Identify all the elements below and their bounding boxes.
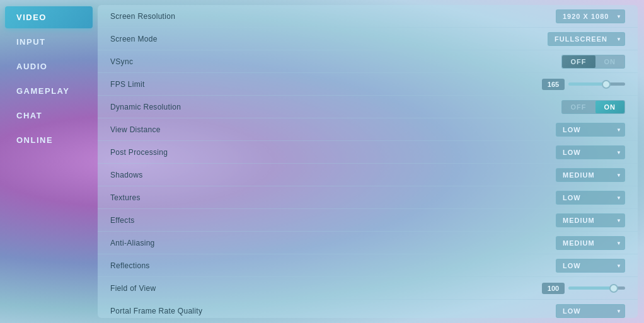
settings-row-vsync: VSyncOFFON bbox=[98, 50, 638, 73]
control-effects: LOWMEDIUMHIGHULTRA bbox=[556, 213, 625, 227]
control-reflections: LOWMEDIUMHIGHULTRA bbox=[556, 259, 625, 273]
slider-input-field-of-view[interactable] bbox=[568, 286, 625, 290]
dropdown-wrapper-post-processing: LOWMEDIUMHIGHULTRA bbox=[556, 145, 625, 159]
slider-value-fps-limit: 165 bbox=[542, 79, 565, 90]
toggle-off-dynamic-resolution[interactable]: OFF bbox=[562, 101, 595, 113]
dropdown-portal-frame-rate[interactable]: LOWMEDIUMHIGHULTRA bbox=[556, 304, 625, 318]
sidebar: VIDEOINPUTAUDIOGAMEPLAYCHATONLINE bbox=[0, 0, 98, 323]
label-fps-limit: FPS Limit bbox=[110, 80, 542, 89]
dropdown-anti-aliasing[interactable]: OFFLOWMEDIUMHIGH bbox=[556, 236, 625, 250]
settings-row-reflections: ReflectionsLOWMEDIUMHIGHULTRA bbox=[98, 254, 638, 277]
sidebar-item-input[interactable]: INPUT bbox=[5, 31, 93, 53]
toggle-off-vsync[interactable]: OFF bbox=[562, 55, 595, 68]
dropdown-wrapper-effects: LOWMEDIUMHIGHULTRA bbox=[556, 213, 625, 227]
settings-row-fps-limit: FPS Limit165 bbox=[98, 73, 638, 96]
control-view-distance: LOWMEDIUMHIGHULTRA bbox=[556, 123, 625, 137]
label-effects: Effects bbox=[110, 216, 556, 225]
settings-panel: Screen Resolution1280 X 7201920 X 108025… bbox=[98, 5, 638, 318]
dropdown-textures[interactable]: LOWMEDIUMHIGHULTRA bbox=[556, 191, 625, 205]
dropdown-shadows[interactable]: LOWMEDIUMHIGHULTRA bbox=[556, 168, 625, 182]
control-field-of-view: 100 bbox=[542, 283, 625, 294]
dropdown-wrapper-screen-mode: WINDOWEDBORDERLESSFULLSCREEN bbox=[548, 32, 625, 46]
control-post-processing: LOWMEDIUMHIGHULTRA bbox=[556, 145, 625, 159]
label-shadows: Shadows bbox=[110, 171, 556, 179]
dropdown-reflections[interactable]: LOWMEDIUMHIGHULTRA bbox=[556, 259, 625, 273]
settings-row-textures: TexturesLOWMEDIUMHIGHULTRA bbox=[98, 186, 638, 209]
control-fps-limit: 165 bbox=[542, 79, 625, 90]
sidebar-item-audio[interactable]: AUDIO bbox=[5, 55, 93, 77]
settings-row-effects: EffectsLOWMEDIUMHIGHULTRA bbox=[98, 209, 638, 232]
control-screen-mode: WINDOWEDBORDERLESSFULLSCREEN bbox=[548, 32, 625, 46]
dropdown-wrapper-portal-frame-rate: LOWMEDIUMHIGHULTRA bbox=[556, 304, 625, 318]
label-portal-frame-rate: Portal Frame Rate Quality bbox=[110, 307, 556, 315]
dropdown-screen-resolution[interactable]: 1280 X 7201920 X 10802560 X 14403840 X 2… bbox=[556, 9, 625, 23]
label-vsync: VSync bbox=[110, 57, 561, 66]
sidebar-item-gameplay[interactable]: GAMEPLAY bbox=[5, 80, 93, 102]
settings-row-view-distance: View DistanceLOWMEDIUMHIGHULTRA bbox=[98, 118, 638, 141]
settings-row-screen-resolution: Screen Resolution1280 X 7201920 X 108025… bbox=[98, 5, 638, 28]
label-view-distance: View Distance bbox=[110, 125, 556, 134]
label-anti-aliasing: Anti-Aliasing bbox=[110, 239, 556, 247]
settings-row-dynamic-resolution: Dynamic ResolutionOFFON bbox=[98, 96, 638, 118]
dropdown-effects[interactable]: LOWMEDIUMHIGHULTRA bbox=[556, 213, 625, 227]
settings-row-shadows: ShadowsLOWMEDIUMHIGHULTRA bbox=[98, 164, 638, 186]
control-vsync: OFFON bbox=[561, 55, 626, 69]
control-portal-frame-rate: LOWMEDIUMHIGHULTRA bbox=[556, 304, 625, 318]
slider-container-fps-limit: 165 bbox=[542, 79, 625, 90]
sidebar-item-chat[interactable]: CHAT bbox=[5, 105, 93, 127]
slider-input-fps-limit[interactable] bbox=[568, 82, 625, 86]
toggle-on-dynamic-resolution[interactable]: ON bbox=[595, 101, 625, 113]
toggle-dynamic-resolution: OFFON bbox=[561, 100, 626, 114]
dropdown-view-distance[interactable]: LOWMEDIUMHIGHULTRA bbox=[556, 123, 625, 137]
toggle-on-vsync[interactable]: ON bbox=[595, 55, 625, 68]
settings-row-screen-mode: Screen ModeWINDOWEDBORDERLESSFULLSCREEN bbox=[98, 28, 638, 50]
dropdown-wrapper-view-distance: LOWMEDIUMHIGHULTRA bbox=[556, 123, 625, 137]
settings-row-portal-frame-rate: Portal Frame Rate QualityLOWMEDIUMHIGHUL… bbox=[98, 300, 638, 318]
label-screen-resolution: Screen Resolution bbox=[110, 12, 556, 21]
label-screen-mode: Screen Mode bbox=[110, 35, 548, 43]
dropdown-wrapper-reflections: LOWMEDIUMHIGHULTRA bbox=[556, 259, 625, 273]
slider-value-field-of-view: 100 bbox=[542, 283, 565, 294]
control-screen-resolution: 1280 X 7201920 X 10802560 X 14403840 X 2… bbox=[556, 9, 625, 23]
dropdown-wrapper-textures: LOWMEDIUMHIGHULTRA bbox=[556, 191, 625, 205]
sidebar-item-online[interactable]: ONLINE bbox=[5, 129, 93, 151]
label-reflections: Reflections bbox=[110, 261, 556, 270]
label-post-processing: Post Processing bbox=[110, 148, 556, 157]
sidebar-item-video[interactable]: VIDEO bbox=[5, 6, 93, 28]
label-dynamic-resolution: Dynamic Resolution bbox=[110, 103, 561, 111]
label-field-of-view: Field of View bbox=[110, 284, 542, 293]
control-textures: LOWMEDIUMHIGHULTRA bbox=[556, 191, 625, 205]
settings-row-post-processing: Post ProcessingLOWMEDIUMHIGHULTRA bbox=[98, 141, 638, 164]
settings-row-field-of-view: Field of View100 bbox=[98, 277, 638, 300]
dropdown-screen-mode[interactable]: WINDOWEDBORDERLESSFULLSCREEN bbox=[548, 32, 625, 46]
dropdown-wrapper-shadows: LOWMEDIUMHIGHULTRA bbox=[556, 168, 625, 182]
settings-row-anti-aliasing: Anti-AliasingOFFLOWMEDIUMHIGH bbox=[98, 232, 638, 254]
slider-container-field-of-view: 100 bbox=[542, 283, 625, 294]
dropdown-wrapper-anti-aliasing: OFFLOWMEDIUMHIGH bbox=[556, 236, 625, 250]
label-textures: Textures bbox=[110, 193, 556, 202]
toggle-vsync: OFFON bbox=[561, 55, 626, 69]
control-anti-aliasing: OFFLOWMEDIUMHIGH bbox=[556, 236, 625, 250]
dropdown-wrapper-screen-resolution: 1280 X 7201920 X 10802560 X 14403840 X 2… bbox=[556, 9, 625, 23]
control-dynamic-resolution: OFFON bbox=[561, 100, 626, 114]
control-shadows: LOWMEDIUMHIGHULTRA bbox=[556, 168, 625, 182]
dropdown-post-processing[interactable]: LOWMEDIUMHIGHULTRA bbox=[556, 145, 625, 159]
